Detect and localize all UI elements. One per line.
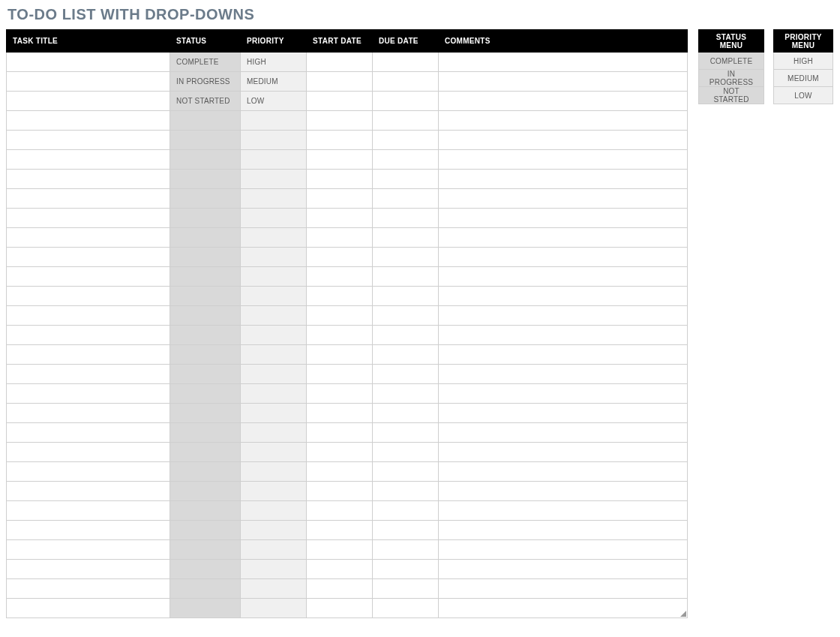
task-title-cell[interactable] [7, 579, 170, 599]
start-date-cell[interactable] [307, 365, 373, 384]
due-date-cell[interactable] [373, 540, 439, 560]
priority-cell[interactable] [241, 540, 307, 560]
comments-cell[interactable] [439, 287, 688, 306]
priority-cell[interactable] [241, 579, 307, 599]
comments-cell[interactable] [439, 306, 688, 326]
task-title-cell[interactable] [7, 560, 170, 579]
due-date-cell[interactable] [373, 150, 439, 170]
priority-cell[interactable] [241, 150, 307, 170]
status-cell[interactable] [170, 423, 241, 443]
priority-cell[interactable] [241, 462, 307, 482]
status-cell[interactable] [170, 111, 241, 131]
comments-cell[interactable] [439, 111, 688, 131]
status-cell[interactable] [170, 170, 241, 189]
due-date-cell[interactable] [373, 53, 439, 72]
priority-cell[interactable] [241, 521, 307, 540]
start-date-cell[interactable] [307, 248, 373, 267]
due-date-cell[interactable] [373, 111, 439, 131]
start-date-cell[interactable] [307, 560, 373, 579]
priority-cell[interactable]: LOW [241, 92, 307, 111]
due-date-cell[interactable] [373, 189, 439, 209]
task-title-cell[interactable] [7, 209, 170, 228]
due-date-cell[interactable] [373, 287, 439, 306]
comments-cell[interactable] [439, 423, 688, 443]
priority-cell[interactable] [241, 267, 307, 287]
task-title-cell[interactable] [7, 345, 170, 365]
comments-cell[interactable] [439, 384, 688, 404]
comments-cell[interactable] [439, 189, 688, 209]
task-title-cell[interactable] [7, 287, 170, 306]
start-date-cell[interactable] [307, 170, 373, 189]
status-menu-option[interactable]: IN PROGRESS [699, 70, 764, 87]
due-date-cell[interactable] [373, 579, 439, 599]
task-title-cell[interactable] [7, 189, 170, 209]
comments-cell[interactable] [439, 53, 688, 72]
due-date-cell[interactable] [373, 501, 439, 521]
priority-cell[interactable] [241, 209, 307, 228]
comments-cell[interactable] [439, 404, 688, 423]
due-date-cell[interactable] [373, 462, 439, 482]
start-date-cell[interactable] [307, 345, 373, 365]
priority-cell[interactable] [241, 228, 307, 248]
due-date-cell[interactable] [373, 365, 439, 384]
due-date-cell[interactable] [373, 599, 439, 618]
priority-cell[interactable] [241, 599, 307, 618]
priority-cell[interactable] [241, 443, 307, 462]
task-title-cell[interactable] [7, 228, 170, 248]
start-date-cell[interactable] [307, 521, 373, 540]
status-cell[interactable]: NOT STARTED [170, 92, 241, 111]
comments-cell[interactable] [439, 560, 688, 579]
status-cell[interactable] [170, 365, 241, 384]
comments-cell[interactable] [439, 365, 688, 384]
comments-cell[interactable] [439, 599, 688, 618]
start-date-cell[interactable] [307, 501, 373, 521]
due-date-cell[interactable] [373, 170, 439, 189]
task-title-cell[interactable] [7, 170, 170, 189]
start-date-cell[interactable] [307, 53, 373, 72]
comments-cell[interactable] [439, 540, 688, 560]
comments-cell[interactable] [439, 228, 688, 248]
priority-cell[interactable] [241, 560, 307, 579]
priority-cell[interactable]: HIGH [241, 53, 307, 72]
priority-menu-option[interactable]: LOW [774, 87, 833, 104]
comments-cell[interactable] [439, 92, 688, 111]
comments-cell[interactable] [439, 150, 688, 170]
status-cell[interactable] [170, 579, 241, 599]
start-date-cell[interactable] [307, 540, 373, 560]
task-title-cell[interactable] [7, 267, 170, 287]
task-title-cell[interactable] [7, 92, 170, 111]
status-cell[interactable] [170, 384, 241, 404]
comments-cell[interactable] [439, 501, 688, 521]
comments-cell[interactable] [439, 131, 688, 150]
start-date-cell[interactable] [307, 228, 373, 248]
priority-cell[interactable] [241, 306, 307, 326]
task-title-cell[interactable] [7, 423, 170, 443]
start-date-cell[interactable] [307, 92, 373, 111]
due-date-cell[interactable] [373, 482, 439, 501]
start-date-cell[interactable] [307, 599, 373, 618]
due-date-cell[interactable] [373, 423, 439, 443]
status-cell[interactable] [170, 209, 241, 228]
status-cell[interactable] [170, 150, 241, 170]
priority-cell[interactable] [241, 131, 307, 150]
task-title-cell[interactable] [7, 462, 170, 482]
start-date-cell[interactable] [307, 482, 373, 501]
task-title-cell[interactable] [7, 482, 170, 501]
priority-cell[interactable] [241, 384, 307, 404]
priority-cell[interactable] [241, 365, 307, 384]
start-date-cell[interactable] [307, 150, 373, 170]
priority-cell[interactable] [241, 482, 307, 501]
start-date-cell[interactable] [307, 326, 373, 345]
due-date-cell[interactable] [373, 404, 439, 423]
task-title-cell[interactable] [7, 521, 170, 540]
task-title-cell[interactable] [7, 365, 170, 384]
status-cell[interactable] [170, 462, 241, 482]
status-cell[interactable] [170, 404, 241, 423]
status-cell[interactable]: COMPLETE [170, 53, 241, 72]
status-cell[interactable] [170, 326, 241, 345]
comments-cell[interactable] [439, 170, 688, 189]
comments-cell[interactable] [439, 209, 688, 228]
due-date-cell[interactable] [373, 384, 439, 404]
task-title-cell[interactable] [7, 248, 170, 267]
task-title-cell[interactable] [7, 306, 170, 326]
